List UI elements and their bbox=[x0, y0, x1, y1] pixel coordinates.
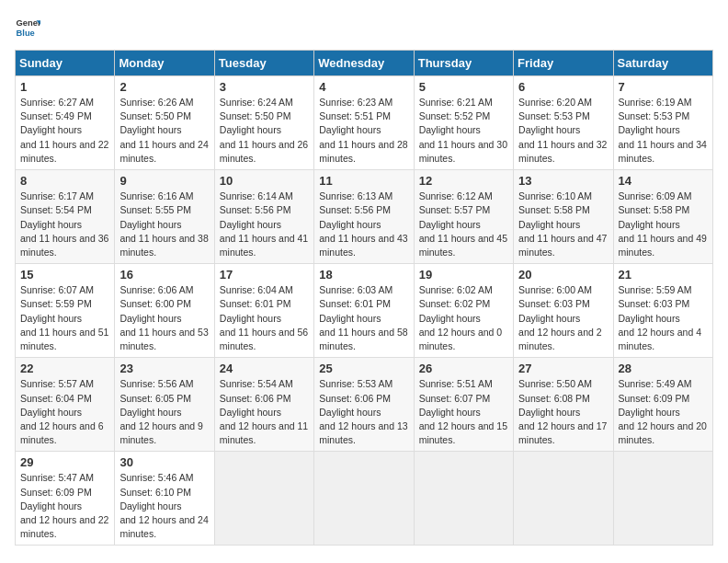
day-info: Sunrise: 6:17 AMSunset: 5:54 PMDaylight … bbox=[20, 190, 109, 259]
day-number: 7 bbox=[619, 80, 708, 94]
calendar-cell: 29 Sunrise: 5:47 AMSunset: 6:09 PMDaylig… bbox=[16, 452, 115, 546]
day-number: 10 bbox=[220, 174, 309, 188]
calendar-cell: 12 Sunrise: 6:12 AMSunset: 5:57 PMDaylig… bbox=[414, 170, 513, 264]
calendar-cell: 20 Sunrise: 6:00 AMSunset: 6:03 PMDaylig… bbox=[514, 264, 613, 358]
day-number: 5 bbox=[419, 80, 508, 94]
calendar-cell: 23 Sunrise: 5:56 AMSunset: 6:05 PMDaylig… bbox=[115, 358, 214, 452]
weekday-header-thursday: Thursday bbox=[414, 51, 513, 76]
day-info: Sunrise: 5:53 AMSunset: 6:06 PMDaylight … bbox=[319, 377, 408, 447]
day-info: Sunrise: 6:21 AMSunset: 5:52 PMDaylight … bbox=[419, 96, 508, 166]
day-info: Sunrise: 6:16 AMSunset: 5:55 PMDaylight … bbox=[119, 190, 209, 259]
day-info: Sunrise: 6:13 AMSunset: 5:56 PMDaylight … bbox=[319, 190, 408, 259]
day-info: Sunrise: 6:27 AMSunset: 5:49 PMDaylight … bbox=[20, 96, 109, 166]
day-number: 8 bbox=[20, 174, 109, 188]
day-info: Sunrise: 6:19 AMSunset: 5:53 PMDaylight … bbox=[619, 96, 708, 166]
day-number: 13 bbox=[518, 174, 608, 188]
day-info: Sunrise: 6:12 AMSunset: 5:57 PMDaylight … bbox=[419, 190, 508, 259]
calendar-cell: 1 Sunrise: 6:27 AMSunset: 5:49 PMDayligh… bbox=[16, 76, 115, 170]
weekday-header-wednesday: Wednesday bbox=[314, 51, 414, 76]
calendar-cell: 22 Sunrise: 5:57 AMSunset: 6:04 PMDaylig… bbox=[16, 358, 115, 452]
day-number: 27 bbox=[518, 362, 608, 375]
calendar-cell bbox=[613, 452, 712, 546]
day-number: 19 bbox=[419, 268, 508, 282]
calendar-cell: 15 Sunrise: 6:07 AMSunset: 5:59 PMDaylig… bbox=[16, 264, 115, 358]
svg-text:General: General bbox=[17, 18, 40, 28]
calendar-cell: 26 Sunrise: 5:51 AMSunset: 6:07 PMDaylig… bbox=[414, 358, 513, 452]
weekday-header-row: SundayMondayTuesdayWednesdayThursdayFrid… bbox=[16, 51, 713, 76]
week-row-3: 15 Sunrise: 6:07 AMSunset: 5:59 PMDaylig… bbox=[16, 264, 713, 358]
day-info: Sunrise: 6:20 AMSunset: 5:53 PMDaylight … bbox=[518, 96, 608, 166]
day-info: Sunrise: 5:54 AMSunset: 6:06 PMDaylight … bbox=[220, 377, 309, 447]
weekday-header-monday: Monday bbox=[115, 51, 214, 76]
calendar-cell: 3 Sunrise: 6:24 AMSunset: 5:50 PMDayligh… bbox=[214, 76, 313, 170]
day-info: Sunrise: 6:24 AMSunset: 5:50 PMDaylight … bbox=[220, 96, 309, 166]
weekday-header-tuesday: Tuesday bbox=[214, 51, 313, 76]
calendar-cell: 30 Sunrise: 5:46 AMSunset: 6:10 PMDaylig… bbox=[115, 452, 214, 546]
day-info: Sunrise: 5:49 AMSunset: 6:09 PMDaylight … bbox=[619, 377, 708, 447]
weekday-header-friday: Friday bbox=[514, 51, 613, 76]
day-info: Sunrise: 6:14 AMSunset: 5:56 PMDaylight … bbox=[220, 190, 309, 259]
day-number: 26 bbox=[419, 362, 508, 375]
calendar-cell: 4 Sunrise: 6:23 AMSunset: 5:51 PMDayligh… bbox=[314, 76, 414, 170]
calendar-cell: 9 Sunrise: 6:16 AMSunset: 5:55 PMDayligh… bbox=[115, 170, 214, 264]
day-info: Sunrise: 6:09 AMSunset: 5:58 PMDaylight … bbox=[619, 190, 708, 259]
day-info: Sunrise: 5:51 AMSunset: 6:07 PMDaylight … bbox=[419, 377, 508, 447]
day-number: 6 bbox=[518, 80, 608, 94]
day-info: Sunrise: 5:46 AMSunset: 6:10 PMDaylight … bbox=[119, 471, 209, 541]
calendar-table: SundayMondayTuesdayWednesdayThursdayFrid… bbox=[15, 50, 713, 546]
calendar-cell: 6 Sunrise: 6:20 AMSunset: 5:53 PMDayligh… bbox=[514, 76, 613, 170]
day-number: 25 bbox=[319, 362, 408, 375]
logo: General Blue bbox=[15, 15, 40, 40]
day-number: 16 bbox=[119, 268, 209, 282]
day-number: 21 bbox=[619, 268, 708, 282]
calendar-cell bbox=[414, 452, 513, 546]
calendar-cell: 8 Sunrise: 6:17 AMSunset: 5:54 PMDayligh… bbox=[16, 170, 115, 264]
calendar-cell: 24 Sunrise: 5:54 AMSunset: 6:06 PMDaylig… bbox=[214, 358, 313, 452]
page-header: General Blue bbox=[15, 15, 713, 40]
calendar-cell bbox=[314, 452, 414, 546]
day-number: 24 bbox=[220, 362, 309, 375]
calendar-cell bbox=[214, 452, 313, 546]
calendar-cell: 17 Sunrise: 6:04 AMSunset: 6:01 PMDaylig… bbox=[214, 264, 313, 358]
day-number: 20 bbox=[518, 268, 608, 282]
day-info: Sunrise: 5:59 AMSunset: 6:03 PMDaylight … bbox=[619, 283, 708, 353]
calendar-cell: 5 Sunrise: 6:21 AMSunset: 5:52 PMDayligh… bbox=[414, 76, 513, 170]
day-info: Sunrise: 6:06 AMSunset: 6:00 PMDaylight … bbox=[119, 283, 209, 353]
calendar-cell: 13 Sunrise: 6:10 AMSunset: 5:58 PMDaylig… bbox=[514, 170, 613, 264]
calendar-cell: 28 Sunrise: 5:49 AMSunset: 6:09 PMDaylig… bbox=[613, 358, 712, 452]
day-info: Sunrise: 6:04 AMSunset: 6:01 PMDaylight … bbox=[220, 283, 309, 353]
logo-icon: General Blue bbox=[15, 15, 40, 40]
day-info: Sunrise: 6:26 AMSunset: 5:50 PMDaylight … bbox=[119, 96, 209, 166]
day-number: 11 bbox=[319, 174, 408, 188]
day-number: 17 bbox=[220, 268, 309, 282]
day-info: Sunrise: 5:57 AMSunset: 6:04 PMDaylight … bbox=[20, 377, 109, 447]
day-info: Sunrise: 5:50 AMSunset: 6:08 PMDaylight … bbox=[518, 377, 608, 447]
svg-text:Blue: Blue bbox=[17, 29, 35, 38]
calendar-cell: 2 Sunrise: 6:26 AMSunset: 5:50 PMDayligh… bbox=[115, 76, 214, 170]
calendar-cell bbox=[514, 452, 613, 546]
day-info: Sunrise: 6:07 AMSunset: 5:59 PMDaylight … bbox=[20, 283, 109, 353]
calendar-cell: 19 Sunrise: 6:02 AMSunset: 6:02 PMDaylig… bbox=[414, 264, 513, 358]
calendar-cell: 21 Sunrise: 5:59 AMSunset: 6:03 PMDaylig… bbox=[613, 264, 712, 358]
day-number: 22 bbox=[20, 362, 109, 375]
day-info: Sunrise: 6:03 AMSunset: 6:01 PMDaylight … bbox=[319, 283, 408, 353]
day-info: Sunrise: 6:23 AMSunset: 5:51 PMDaylight … bbox=[319, 96, 408, 166]
day-info: Sunrise: 5:47 AMSunset: 6:09 PMDaylight … bbox=[20, 471, 109, 541]
day-number: 18 bbox=[319, 268, 408, 282]
day-number: 12 bbox=[419, 174, 508, 188]
day-info: Sunrise: 6:00 AMSunset: 6:03 PMDaylight … bbox=[518, 283, 608, 353]
day-number: 3 bbox=[220, 80, 309, 94]
day-number: 29 bbox=[20, 455, 109, 469]
week-row-1: 1 Sunrise: 6:27 AMSunset: 5:49 PMDayligh… bbox=[16, 76, 713, 170]
day-number: 15 bbox=[20, 268, 109, 282]
calendar-cell: 7 Sunrise: 6:19 AMSunset: 5:53 PMDayligh… bbox=[613, 76, 712, 170]
day-number: 4 bbox=[319, 80, 408, 94]
day-number: 9 bbox=[119, 174, 209, 188]
calendar-cell: 10 Sunrise: 6:14 AMSunset: 5:56 PMDaylig… bbox=[214, 170, 313, 264]
day-number: 30 bbox=[119, 455, 209, 469]
weekday-header-sunday: Sunday bbox=[16, 51, 115, 76]
day-number: 1 bbox=[20, 80, 109, 94]
week-row-4: 22 Sunrise: 5:57 AMSunset: 6:04 PMDaylig… bbox=[16, 358, 713, 452]
calendar-cell: 11 Sunrise: 6:13 AMSunset: 5:56 PMDaylig… bbox=[314, 170, 414, 264]
day-info: Sunrise: 6:02 AMSunset: 6:02 PMDaylight … bbox=[419, 283, 508, 353]
